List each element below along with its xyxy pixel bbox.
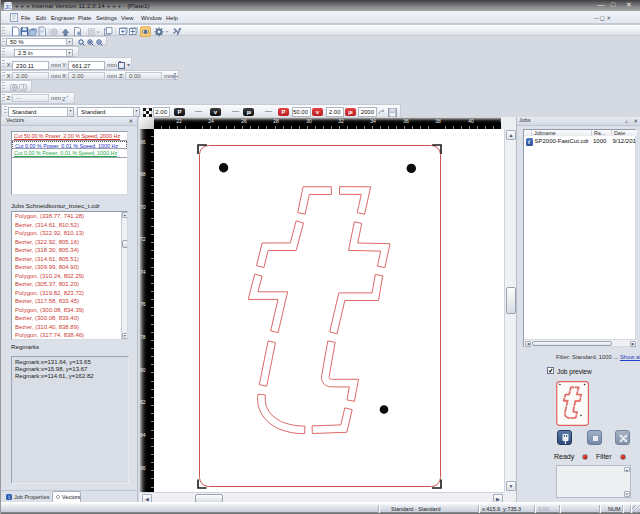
svg-text:C: C bbox=[8, 4, 12, 10]
